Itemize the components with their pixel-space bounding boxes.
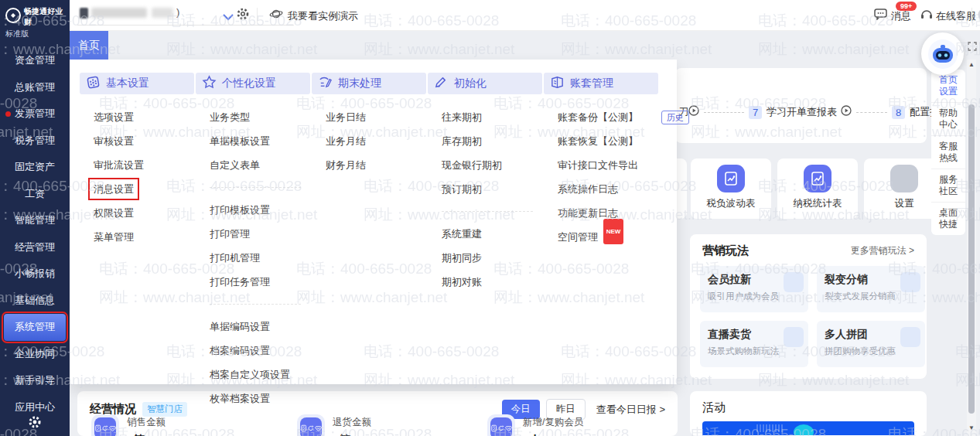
menu-item[interactable] (210, 187, 301, 188)
daily-report-link[interactable]: 查看今日日报 > (596, 403, 665, 417)
quick-app-card[interactable]: 税负波动表 (691, 158, 771, 219)
menu-item-label: 业务类型 (210, 111, 250, 123)
messages-link[interactable]: 消息 (891, 9, 911, 23)
rail-item-line1: 桌面 (931, 207, 965, 219)
company-selector[interactable]: ) (77, 5, 294, 26)
play-icon[interactable] (688, 105, 699, 119)
assistant-robot-avatar[interactable] (921, 32, 964, 75)
gear-icon[interactable] (236, 7, 250, 24)
menu-item[interactable]: 权限设置 (80, 201, 194, 225)
menu-item[interactable]: 往来期初 (428, 105, 542, 129)
menu-item[interactable]: 系统重建 (428, 222, 542, 246)
divider (257, 8, 258, 23)
business-stat: 退货金额 0笔 0.00 (297, 414, 377, 436)
sidebar-item[interactable]: 总账管理 (0, 74, 70, 101)
sidebar-item-label: 税务管理 (15, 135, 55, 146)
sidebar-item-label: 系统管理 (15, 321, 55, 332)
rail-item[interactable]: 帮助 中心 (931, 102, 965, 135)
sidebar-item-label: 总账管理 (15, 81, 55, 93)
sidebar-item[interactable]: 资金管理 (0, 47, 70, 74)
menu-item[interactable]: 现金银行期初 (428, 153, 542, 177)
menu-item[interactable]: 枚举档案设置 (196, 387, 310, 410)
message-bubble-icon[interactable] (874, 9, 887, 23)
menu-item[interactable] (442, 211, 533, 212)
quick-app-card[interactable]: 纳税统计表 (777, 158, 858, 219)
menu-item[interactable] (210, 304, 301, 305)
headset-icon[interactable] (920, 9, 933, 23)
sidebar-item[interactable]: 发票管理 (0, 100, 70, 128)
menu-item[interactable]: 菜单管理 (80, 225, 194, 249)
sidebar-item[interactable]: 系统管理 (4, 314, 66, 341)
menu-item[interactable]: 打印任务管理 (196, 270, 310, 294)
history-button[interactable]: 历史 (661, 111, 689, 124)
rail-item-line1: 服务 (931, 174, 965, 186)
menu-item[interactable]: 业务日结 (312, 105, 426, 129)
menu-item[interactable]: 审核设置 (80, 129, 194, 153)
menu-item[interactable]: 财务月结 (312, 153, 426, 177)
menu-item[interactable]: 空间管理 NEW (544, 225, 658, 249)
tab-home[interactable]: 首页 (70, 31, 108, 60)
menu-item[interactable]: 期初同步 (428, 246, 542, 270)
company-name-redacted (91, 8, 147, 18)
rail-item[interactable]: 桌面 快捷 (931, 202, 965, 235)
menu-item[interactable]: 审计接口文件导出 (544, 153, 658, 177)
menu-item[interactable]: 单据编码设置 (196, 315, 310, 339)
marketing-item[interactable]: 直播卖货 场景式购物新玩法 (700, 321, 808, 367)
fullscreen-icon[interactable] (968, 40, 977, 54)
stat-value: 0笔 0.00 (127, 433, 171, 436)
menu-item[interactable]: 系统操作日志 (544, 177, 658, 201)
menu-item[interactable]: 自定义表单 (196, 153, 310, 177)
sidebar-item-label: 智能管理 (15, 214, 55, 226)
rail-item[interactable]: 首页 设置 (931, 70, 965, 102)
sidebar-item[interactable]: 工资 (0, 181, 70, 208)
menu-item[interactable]: 档案编码设置 (196, 339, 310, 363)
step-label[interactable]: 学习开单查报表 (767, 105, 837, 119)
step-connector (704, 112, 744, 113)
menu-item[interactable]: 单据模板设置 (196, 129, 310, 153)
menu-item[interactable]: 消息设置 (80, 177, 194, 201)
menu-item[interactable]: 业务类型 (196, 105, 310, 129)
menu-item[interactable]: 期初对账 (428, 270, 542, 294)
stat-icon (490, 417, 512, 436)
sidebar-item[interactable]: 基础信息 (0, 288, 70, 315)
marketing-item[interactable]: 多人拼团 拼团购物享受优惠 (817, 321, 925, 367)
scroll-down-icon[interactable]: ▼ (967, 424, 976, 431)
sidebar-item[interactable]: 新手引导 (0, 367, 70, 394)
menu-item[interactable]: 打印机管理 (196, 246, 310, 270)
menu-item[interactable]: 审批流设置 (80, 153, 194, 177)
online-support-link[interactable]: 在线客服 (936, 9, 976, 23)
menu-item[interactable]: 业务月结 (312, 129, 426, 153)
sidebar-item[interactable]: 经营管理 (0, 234, 70, 261)
scroll-up-icon[interactable]: ▲ (967, 61, 976, 68)
marketing-item[interactable]: 裂变分销 裂变式发展分销商 (817, 266, 925, 312)
marketing-item[interactable]: 会员拉新 吸引用户成为会员 (700, 266, 808, 312)
activity-banner[interactable] (702, 421, 914, 435)
rail-item[interactable]: 服务 社区 (931, 169, 965, 202)
menu-item[interactable]: 档案自定义项设置 (196, 363, 310, 387)
sidebar-item[interactable]: 税务管理 (0, 128, 70, 155)
menu-item[interactable]: 功能更新日志 (544, 201, 658, 225)
menu-item[interactable]: 打印模板设置 (196, 198, 310, 222)
rail-item[interactable]: 客服 热线 (931, 135, 965, 169)
play-icon[interactable] (841, 105, 852, 119)
quick-app-inner: 税负波动表 (691, 165, 771, 210)
menu-item[interactable]: 选项设置 (80, 105, 194, 129)
business-stat: 销售金额 0笔 0.00 (91, 414, 171, 436)
sidebar-item[interactable]: 智能管理 (0, 207, 70, 234)
menu-item[interactable]: 预订期初 (428, 177, 542, 201)
sidebar-item[interactable]: 企业协同 (0, 341, 70, 368)
chevron-down-icon[interactable] (223, 10, 234, 24)
menu-item[interactable]: 库存期初 (428, 129, 542, 153)
rail-item-line2: 中心 (931, 119, 965, 131)
marketing-more-link[interactable]: 更多营销玩法 > (851, 244, 914, 257)
menu-item[interactable]: 账套恢复【公测】 (544, 129, 658, 153)
scrollbar-track[interactable] (967, 60, 976, 436)
right-rail: 首页 设置 帮助 中心 客服 热线 服务 社区 桌面 快捷 (931, 70, 965, 235)
scrollbar-thumb[interactable] (968, 104, 975, 414)
sidebar-item[interactable]: 小畅报销 (0, 261, 70, 288)
sidebar-item[interactable]: 固定资产 (0, 154, 70, 181)
sidebar-settings-gear-icon[interactable] (28, 415, 42, 432)
menu-item[interactable]: 打印管理 (196, 222, 310, 246)
demo-link[interactable]: 我要看实例演示 (288, 9, 358, 23)
menu-item[interactable]: 账套备份【公测】 历史 (544, 105, 658, 129)
